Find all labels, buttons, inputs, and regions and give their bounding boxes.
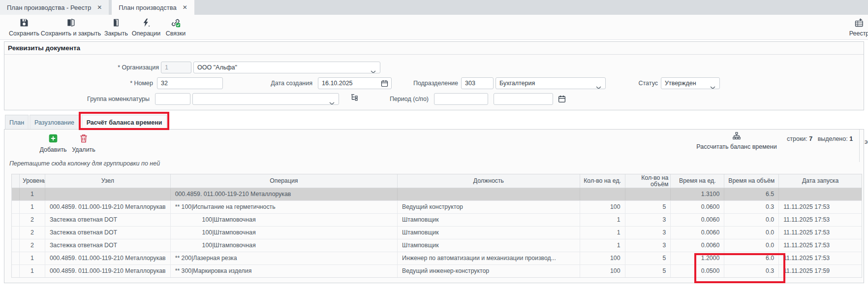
column-header[interactable]: Время на объём: [724, 174, 779, 188]
table-row[interactable]: 1000.4859. 011.000-119-210 Металлорукав*…: [12, 252, 862, 265]
organization-value: ООО "Альфа": [197, 64, 237, 71]
rows-count-label: строки:: [787, 135, 807, 142]
column-header[interactable]: [12, 174, 20, 188]
column-header[interactable]: Уровень: [20, 174, 45, 188]
nomenclature-select[interactable]: [192, 93, 339, 105]
column-header[interactable]: Должность: [398, 174, 580, 188]
close-icon[interactable]: ✕: [97, 4, 102, 11]
close-document-button[interactable]: Закрыть: [103, 18, 129, 37]
cell: Штамповщик: [398, 227, 580, 239]
nomenclature-group-label: Группа номенклатуры: [66, 93, 150, 105]
side-panel-clipped-label[interactable]: эк: [859, 130, 868, 162]
add-row-button[interactable]: Добавить: [38, 133, 68, 153]
cell: 3: [625, 227, 671, 239]
department-label: Подразделение: [396, 77, 458, 89]
column-header[interactable]: Кол-во на ед.: [580, 174, 625, 188]
period-to-field[interactable]: [494, 93, 553, 105]
cell: 11.11.2025 17:53: [779, 239, 862, 252]
column-header[interactable]: Дата запуска: [779, 174, 862, 188]
organization-select[interactable]: ООО "Альфа": [193, 62, 380, 73]
delete-row-button[interactable]: Удалить: [70, 133, 97, 153]
cell: 000.4859. 011.000-119-210 Металлорукав: [45, 252, 171, 264]
save-button[interactable]: Сохранить: [10, 18, 38, 37]
column-header[interactable]: Операция: [171, 174, 398, 188]
status-label: Статус: [625, 77, 658, 89]
tab-plan[interactable]: План: [5, 115, 29, 130]
organization-code-field[interactable]: 1: [161, 62, 191, 73]
cell: 5: [625, 252, 671, 264]
cell: 11.11.2025 17:53: [779, 214, 862, 226]
calculate-time-balance-button[interactable]: Рассчитать баланс времени: [693, 132, 780, 150]
window-tab-registry[interactable]: План производства - Реестр ✕: [0, 0, 109, 15]
cell: Застежка ответная DOT: [45, 227, 171, 239]
cell: Инженер по автоматизации и механизации п…: [398, 252, 580, 264]
cell: 1: [580, 214, 625, 226]
cell: Штамповщик: [398, 239, 580, 252]
cell: Застежка ответная DOT: [45, 214, 171, 226]
tab-label: План: [9, 119, 24, 126]
table-row[interactable]: 1000.4859. 011.000-119-210 Металлорукав1…: [12, 188, 862, 201]
created-date-field[interactable]: 16.10.2025: [318, 77, 392, 89]
cell: [779, 188, 862, 200]
column-header[interactable]: Время на ед.: [671, 174, 724, 188]
chevron-down-icon: [371, 66, 376, 73]
status-value: Утвержден: [665, 80, 696, 87]
panel-title: Реквизиты документа: [4, 42, 864, 55]
period-from-field[interactable]: [434, 93, 488, 105]
rows-count-value: 7: [809, 135, 812, 142]
cell: 11.11.2025 17:53: [779, 227, 862, 239]
cell: 100: [580, 252, 625, 264]
cell: [12, 252, 20, 264]
table-row[interactable]: 2Застежка ответная DOT100|ШтамповочнаяШт…: [12, 214, 862, 227]
close-document-label: Закрыть: [104, 30, 128, 37]
cell: [12, 239, 20, 252]
column-header[interactable]: Кол-во на объём: [625, 174, 671, 188]
cell: 100|Штамповочная: [171, 214, 398, 226]
window-tab-label: План производства: [119, 4, 176, 11]
chevron-down-icon: [329, 98, 335, 105]
delete-row-label: Удалить: [72, 146, 95, 153]
operations-button[interactable]: Операции: [134, 18, 158, 37]
table-row[interactable]: 1000.4859. 011.000-119-210 Металлорукав*…: [12, 265, 862, 277]
department-select[interactable]: Бухгалтерия: [496, 77, 606, 89]
status-select[interactable]: Утвержден: [661, 77, 720, 89]
hierarchy-icon: [350, 93, 359, 104]
close-icon[interactable]: ✕: [183, 4, 187, 11]
cell: 6.0: [724, 252, 779, 264]
cell: 0.3: [724, 265, 779, 277]
cell: 3: [625, 214, 671, 226]
cell: 5: [625, 265, 671, 277]
data-grid: УровеньУзелОперацияДолжностьКол-во на ед…: [11, 174, 862, 278]
hierarchy-tree-button[interactable]: [348, 93, 361, 104]
window-tab-production-plan[interactable]: План производства ✕: [112, 0, 194, 15]
operations-label: Операции: [132, 30, 160, 37]
tab-razuzlovanie[interactable]: Разузлование: [30, 115, 79, 130]
window-tab-label: План производства - Реестр: [7, 4, 91, 11]
cell: 11.11.2025 17:59: [779, 265, 862, 277]
table-row[interactable]: 2Застежка ответная DOT100|ШтамповочнаяШт…: [12, 227, 862, 239]
cell: 0.0: [724, 227, 779, 239]
cell: [580, 188, 625, 200]
number-field[interactable]: 32: [157, 77, 223, 89]
table-row[interactable]: 2Застежка ответная DOT100|ШтамповочнаяШт…: [12, 239, 862, 252]
table-row[interactable]: 1000.4859. 011.000-119-210 Металлорукав*…: [12, 201, 862, 214]
cell: [12, 188, 20, 200]
department-code-field[interactable]: 303: [461, 77, 494, 89]
organization-label: * Организация: [78, 62, 159, 73]
cell: Ведущий инженер-конструктор: [398, 265, 580, 277]
cell: [12, 201, 20, 213]
tab-time-balance[interactable]: Расчёт баланса времени: [82, 115, 167, 130]
links-button[interactable]: Связки: [165, 18, 186, 37]
tab-label: Расчёт баланса времени: [87, 119, 162, 126]
cell: 1.2000: [671, 252, 724, 264]
cell: 0.0500: [671, 265, 724, 277]
column-header[interactable]: Узел: [45, 174, 171, 188]
calendar-icon[interactable]: [380, 79, 389, 88]
registry-button[interactable]: Реестр: [839, 18, 868, 37]
cell: 100|Штамповочная: [171, 227, 398, 239]
cell: 1: [20, 265, 45, 277]
calendar-icon[interactable]: [558, 95, 566, 103]
cell: [398, 188, 580, 200]
save-and-close-button[interactable]: Сохранить и закрыть: [45, 18, 96, 37]
nomenclature-code-field[interactable]: [155, 93, 190, 105]
